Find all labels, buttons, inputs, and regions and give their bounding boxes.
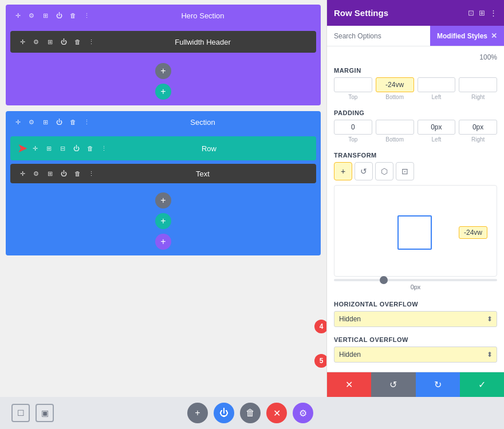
add-icon[interactable]: ✛ (13, 10, 23, 21)
text-title: Text (96, 170, 309, 178)
canvas-area: ✛ ⚙ ⊞ ⏻ 🗑 ⋮ Hero Section ✛ ⚙ ⊞ (0, 0, 326, 397)
power-btn[interactable]: ⏻ (214, 403, 234, 423)
col-icon[interactable]: ⊞ (44, 143, 54, 154)
padding-top-input[interactable] (334, 120, 372, 135)
more-icon-3[interactable]: ⋮ (81, 117, 92, 127)
transform-skew-btn[interactable]: ⬡ (375, 162, 393, 180)
settings-icon[interactable]: ⚙ (26, 10, 37, 21)
panel-redo-btn[interactable]: ↻ (416, 372, 460, 397)
add-btn-2[interactable]: + (155, 84, 171, 100)
panel-undo-btn[interactable]: ↺ (371, 372, 415, 397)
panel-footer: ✕ ↺ ↻ ✓ (327, 372, 504, 397)
margin-right-label: Right (471, 94, 485, 100)
split-icon[interactable]: ⊞ (479, 9, 485, 17)
add-btn-5[interactable]: + (155, 234, 171, 250)
more-icon[interactable]: ⋮ (81, 10, 92, 21)
more-icon-row[interactable]: ⋮ (99, 143, 109, 154)
minimize-icon[interactable]: ⊡ (468, 9, 474, 17)
add-element-btn[interactable]: + (187, 403, 208, 423)
padding-left-input[interactable] (418, 120, 456, 135)
add-icon-row[interactable]: ✛ (30, 143, 40, 154)
margin-right-input[interactable] (459, 77, 497, 92)
copy-icon-txt[interactable]: ⊞ (45, 168, 55, 179)
copy-icon-3[interactable]: ⊞ (40, 117, 50, 127)
menu-dots-icon[interactable]: ⋮ (490, 9, 497, 17)
delete-icon-2[interactable]: 🗑 (72, 37, 82, 47)
transform-visual: -24vw (334, 185, 497, 277)
text-icons: ✛ ⚙ ⊞ ⏻ 🗑 ⋮ (17, 168, 96, 179)
margin-left-input[interactable] (418, 77, 456, 92)
padding-bottom-input[interactable] (376, 120, 414, 135)
add-btn-1[interactable]: + (155, 63, 171, 79)
transform-label: Transform (334, 152, 497, 159)
margin-left-group: Left (418, 77, 456, 100)
padding-section: Padding Top Bottom Left (334, 109, 497, 143)
row-title: Row (109, 144, 309, 153)
margin-top-input[interactable] (334, 77, 372, 92)
transform-add-btn[interactable]: + (334, 162, 352, 180)
power-icon[interactable]: ⏻ (54, 10, 64, 21)
horizontal-overflow-select[interactable]: Hidden Visible Scroll Auto (334, 311, 497, 327)
panel-header-icons: ⊡ ⊞ ⋮ (468, 9, 497, 17)
modified-styles-label: Modified Styles (437, 32, 487, 40)
panel-save-btn[interactable]: ✓ (460, 372, 504, 397)
copy-icon[interactable]: ⊞ (40, 10, 50, 21)
row-icons: ✛ ⊞ ⊟ ⏻ 🗑 ⋮ (30, 143, 109, 154)
modified-close-icon[interactable]: ✕ (491, 32, 497, 40)
add-icon-3[interactable]: ✛ (13, 117, 23, 127)
transform-scale-btn[interactable]: ⊡ (396, 162, 414, 180)
horizontal-overflow-select-wrapper: Hidden Visible Scroll Auto (334, 311, 497, 327)
bottom-left-icons: ☐ ▣ (11, 404, 54, 422)
vertical-overflow-select-wrapper: Hidden Visible Scroll Auto (334, 347, 497, 363)
padding-top-label: Top (348, 136, 357, 143)
delete-icon-txt[interactable]: 🗑 (72, 168, 82, 179)
power-icon-3[interactable]: ⏻ (54, 117, 64, 127)
settings-icon-3[interactable]: ⚙ (26, 117, 37, 127)
padding-left-label: Left (432, 136, 442, 143)
padding-right-label: Right (471, 136, 485, 143)
panel-close-btn[interactable]: ✕ (327, 372, 371, 397)
add-icon-txt[interactable]: ✛ (17, 168, 27, 179)
close-btn[interactable]: ✕ (266, 403, 287, 423)
more-icon-txt[interactable]: ⋮ (86, 168, 96, 179)
margin-bottom-group: Bottom (376, 77, 414, 100)
delete-icon-row[interactable]: 🗑 (85, 143, 95, 154)
add-btn-3[interactable]: + (155, 192, 171, 208)
hero-section-icons: ✛ ⚙ ⊞ ⏻ 🗑 ⋮ (13, 10, 92, 21)
power-icon-2[interactable]: ⏻ (58, 37, 69, 47)
main-bottom-bar: ☐ ▣ + ⏻ 🗑 ✕ ⚙ (0, 397, 504, 429)
padding-right-input[interactable] (459, 120, 497, 135)
settings-icon-txt[interactable]: ⚙ (31, 168, 41, 179)
vertical-overflow-section: Vertical Overflow Hidden Visible Scroll … (334, 336, 497, 363)
slider-track[interactable] (334, 279, 497, 281)
settings-icon-2[interactable]: ⚙ (31, 37, 41, 47)
padding-bottom-label: Bottom (385, 136, 404, 143)
padding-bottom-group: Bottom (376, 120, 414, 143)
margin-bottom-input[interactable] (376, 77, 414, 92)
delete-icon-3[interactable]: 🗑 (68, 117, 78, 127)
vertical-overflow-label: Vertical Overflow (334, 336, 497, 343)
vertical-overflow-select[interactable]: Hidden Visible Scroll Auto (334, 347, 497, 363)
add-btn-4[interactable]: + (155, 213, 171, 229)
power-icon-txt[interactable]: ⏻ (58, 168, 69, 179)
hero-section-title: Hero Section (92, 11, 314, 20)
add-icon-2[interactable]: ✛ (17, 37, 27, 47)
text-block: ✛ ⚙ ⊞ ⏻ 🗑 ⋮ Text (10, 164, 316, 183)
settings-btn[interactable]: ⚙ (293, 403, 313, 423)
more-icon-2[interactable]: ⋮ (86, 37, 96, 47)
wireframe-icon[interactable]: ☐ (11, 404, 30, 422)
trash-btn[interactable]: 🗑 (240, 403, 261, 423)
modified-styles-tab[interactable]: Modified Styles ✕ (430, 26, 504, 46)
layout-icon[interactable]: ▣ (36, 404, 54, 422)
padding-left-group: Left (418, 120, 456, 143)
copy-icon-2[interactable]: ⊞ (45, 37, 55, 47)
slider-thumb[interactable] (380, 276, 388, 284)
margin-right-group: Right (459, 77, 497, 100)
delete-icon[interactable]: 🗑 (68, 10, 78, 21)
search-options-tab[interactable]: Search Options (327, 26, 430, 46)
grid-icon[interactable]: ⊟ (57, 143, 68, 154)
transform-tools: + ↺ ⬡ ⊡ (334, 162, 497, 180)
transform-rotate-btn[interactable]: ↺ (355, 162, 373, 180)
section-block: ✛ ⚙ ⊞ ⏻ 🗑 ⋮ Section ➤ ✛ ⊞ ⊟ (6, 111, 321, 255)
power-icon-row[interactable]: ⏻ (71, 143, 81, 154)
